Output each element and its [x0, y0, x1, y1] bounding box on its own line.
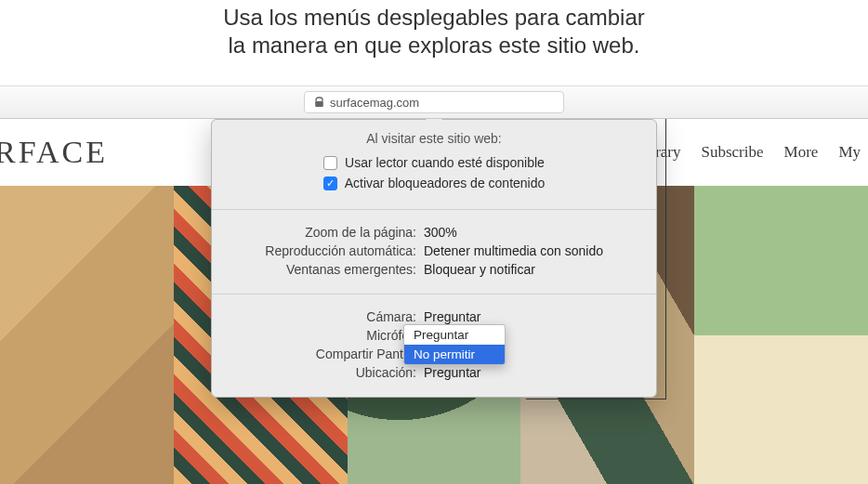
- address-bar[interactable]: surfacemag.com: [304, 91, 564, 113]
- popover-section-permissions: Cámara: Preguntar Micrófon Compartir Pan…: [212, 294, 656, 397]
- svg-rect-0: [315, 101, 323, 107]
- popover-section-general: Al visitar este sitio web: Usar lector c…: [212, 120, 656, 209]
- site-settings-popover: Al visitar este sitio web: Usar lector c…: [211, 119, 657, 398]
- top-link[interactable]: Subscribe: [702, 143, 764, 162]
- reader-checkbox-row[interactable]: Usar lector cuando esté disponible: [230, 155, 638, 170]
- blockers-checkbox-label: Activar bloqueadores de contenido: [345, 176, 546, 190]
- site-logo: RFACE: [0, 135, 108, 170]
- camera-label: Cámara:: [230, 309, 416, 324]
- blockers-checkbox-row[interactable]: ✓ Activar bloqueadores de contenido: [230, 176, 638, 190]
- reader-checkbox-label: Usar lector cuando esté disponible: [345, 155, 545, 170]
- help-caption: Usa los menús desplegables para cambiar …: [223, 4, 645, 59]
- microphone-label: Micrófon: [230, 328, 416, 343]
- location-row[interactable]: Ubicación: Preguntar: [230, 365, 638, 380]
- callout-leader-line: [665, 119, 666, 399]
- reader-checkbox[interactable]: [323, 156, 337, 170]
- popover-title: Al visitar este sitio web:: [230, 131, 638, 146]
- location-label: Ubicación:: [230, 365, 416, 380]
- browser-toolbar: surfacemag.com: [0, 85, 868, 119]
- help-caption-area: Usa los menús desplegables para cambiar …: [0, 0, 868, 85]
- top-link[interactable]: More: [784, 143, 819, 162]
- zoom-row[interactable]: Zoom de la página: 300%: [230, 225, 638, 240]
- dropdown-option[interactable]: No permitir: [404, 345, 505, 364]
- popover-section-page: Zoom de la página: 300% Reproducción aut…: [212, 210, 656, 294]
- autoplay-label: Reproducción automática:: [230, 243, 416, 258]
- top-link[interactable]: My: [838, 143, 861, 162]
- callout-leader-line: [526, 399, 665, 400]
- caption-line-2: la manera en que exploras este sitio web…: [229, 33, 640, 58]
- camera-value[interactable]: Preguntar: [424, 309, 638, 324]
- permission-dropdown-menu[interactable]: Preguntar No permitir: [403, 324, 506, 365]
- site-top-links: rary Subscribe More My: [655, 143, 861, 162]
- bg-tile: [694, 186, 868, 484]
- dropdown-option[interactable]: Preguntar: [404, 325, 505, 345]
- location-value[interactable]: Preguntar: [424, 365, 638, 380]
- popups-label: Ventanas emergentes:: [230, 262, 416, 277]
- autoplay-value[interactable]: Detener multimedia con sonido: [424, 243, 638, 258]
- blockers-checkbox[interactable]: ✓: [323, 177, 337, 190]
- bg-tile: [0, 186, 174, 484]
- address-bar-domain: surfacemag.com: [330, 96, 419, 110]
- popups-value[interactable]: Bloquear y notificar: [424, 262, 638, 277]
- camera-row[interactable]: Cámara: Preguntar: [230, 309, 638, 324]
- popups-row[interactable]: Ventanas emergentes: Bloquear y notifica…: [230, 262, 638, 277]
- caption-line-1: Usa los menús desplegables para cambiar: [223, 5, 645, 30]
- zoom-value[interactable]: 300%: [424, 225, 638, 240]
- page-content-area: RFACE rary Subscribe More My Al visitar …: [0, 119, 868, 484]
- screen-share-label: Compartir Pantall: [230, 347, 416, 361]
- lock-icon: [314, 97, 324, 108]
- zoom-label: Zoom de la página:: [230, 225, 416, 240]
- top-link[interactable]: rary: [655, 143, 680, 162]
- autoplay-row[interactable]: Reproducción automática: Detener multime…: [230, 243, 638, 258]
